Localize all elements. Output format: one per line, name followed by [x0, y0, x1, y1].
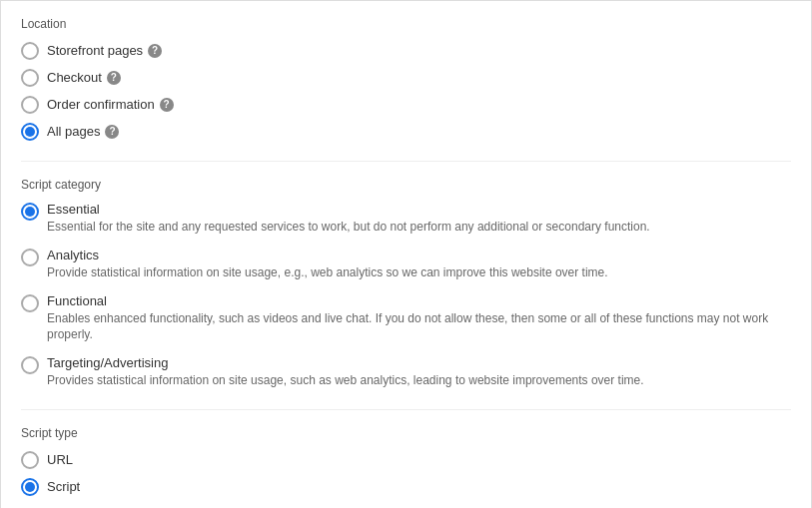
script-type-label: Script type	[21, 426, 791, 440]
location-order-confirmation-label: Order confirmation ?	[47, 97, 174, 112]
section-divider-2	[21, 409, 791, 410]
storefront-help-icon[interactable]: ?	[148, 44, 162, 58]
type-url-label: URL	[47, 452, 73, 467]
script-category-label: Script category	[21, 178, 791, 192]
location-all-pages-label: All pages ?	[47, 124, 119, 139]
category-targeting-item: Targeting/Advertising Provides statistic…	[21, 355, 791, 389]
type-script-label: Script	[47, 479, 80, 494]
location-storefront-item: Storefront pages ?	[21, 41, 791, 60]
category-functional-item: Functional Enables enhanced functionalit…	[21, 293, 791, 344]
location-storefront-label: Storefront pages ?	[47, 43, 162, 58]
category-essential-label: Essential	[47, 202, 650, 217]
location-all-pages-item: All pages ?	[21, 122, 791, 141]
type-url-item: URL	[21, 450, 791, 469]
location-checkout-radio[interactable]	[21, 69, 39, 87]
category-essential-content: Essential Essential for the site and any…	[47, 202, 650, 236]
location-order-confirmation-item: Order confirmation ?	[21, 95, 791, 114]
location-checkout-label: Checkout ?	[47, 70, 121, 85]
location-section: Location Storefront pages ? Checkout ? O…	[21, 17, 791, 141]
section-divider-1	[21, 161, 791, 162]
category-functional-radio[interactable]	[21, 294, 39, 312]
script-type-section: Script type URL Script	[21, 426, 791, 496]
type-script-item: Script	[21, 477, 791, 496]
category-targeting-desc: Provides statistical information on site…	[47, 372, 644, 389]
category-functional-desc: Enables enhanced functionality, such as …	[47, 310, 791, 344]
category-analytics-radio[interactable]	[21, 249, 39, 266]
all-pages-help-icon[interactable]: ?	[105, 125, 119, 139]
category-targeting-content: Targeting/Advertising Provides statistic…	[47, 355, 644, 389]
category-analytics-content: Analytics Provide statistical informatio…	[47, 248, 608, 281]
category-functional-label: Functional	[47, 293, 791, 308]
category-essential-desc: Essential for the site and any requested…	[47, 219, 650, 236]
location-storefront-radio[interactable]	[21, 42, 39, 60]
category-targeting-radio[interactable]	[21, 356, 39, 374]
type-url-radio[interactable]	[21, 451, 39, 469]
location-all-pages-radio[interactable]	[21, 123, 39, 141]
location-order-confirmation-radio[interactable]	[21, 96, 39, 114]
category-essential-item: Essential Essential for the site and any…	[21, 202, 791, 236]
category-analytics-item: Analytics Provide statistical informatio…	[21, 248, 791, 281]
checkout-help-icon[interactable]: ?	[107, 71, 121, 85]
location-label: Location	[21, 17, 791, 31]
type-script-radio[interactable]	[21, 478, 39, 496]
order-confirmation-help-icon[interactable]: ?	[160, 98, 174, 112]
category-analytics-desc: Provide statistical information on site …	[47, 264, 608, 281]
category-functional-content: Functional Enables enhanced functionalit…	[47, 293, 791, 344]
category-targeting-label: Targeting/Advertising	[47, 355, 644, 370]
category-analytics-label: Analytics	[47, 248, 608, 262]
category-essential-radio[interactable]	[21, 203, 39, 221]
location-checkout-item: Checkout ?	[21, 68, 791, 87]
script-category-section: Script category Essential Essential for …	[21, 178, 791, 389]
